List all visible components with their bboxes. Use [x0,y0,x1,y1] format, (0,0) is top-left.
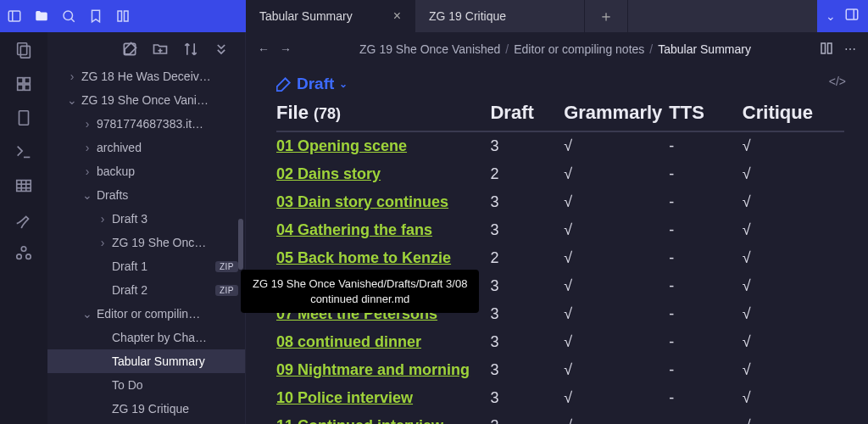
tree-folder[interactable]: ⌄Drafts [47,183,245,207]
svg-point-20 [17,254,22,259]
tree-file[interactable]: ZG 19 Critique [47,397,245,421]
new-note-icon[interactable] [121,41,138,58]
folder-icon[interactable] [34,8,49,24]
tree-folder[interactable]: ›9781774687383.it… [47,112,245,136]
table-row: 11 Continued interview3√-√ [276,412,844,424]
cluster-icon[interactable] [14,244,33,263]
tts-cell: - [669,131,743,160]
scrollbar-thumb[interactable] [238,219,243,270]
tab-tabular-summary[interactable]: Tabular Summary × [246,0,415,32]
tree-folder[interactable]: ⌄Editor or compilin… [47,302,245,326]
tts-cell: - [669,328,743,356]
svg-point-2 [64,11,73,20]
file-cell: 08 continued dinner [276,328,490,356]
tree-file[interactable]: Chapter by Cha… [47,326,245,349]
grammarly-cell: √ [564,356,669,384]
terminal-icon[interactable] [14,142,33,161]
tree-folder[interactable]: ›ZG 18 He Was Deceiv… [47,64,245,88]
table-icon[interactable] [14,176,33,195]
svg-rect-10 [18,85,23,90]
document: </> Draft ⌄ File (78) Draft Grammarly TT… [246,66,868,424]
tree-folder[interactable]: ›Draft 3 [47,207,245,231]
grammarly-cell: √ [564,244,669,272]
explorer-toolbar [47,32,245,64]
file-cell: 03 Dain story continues [276,188,490,216]
tts-cell: - [669,356,743,384]
svg-rect-8 [18,78,23,83]
nav-forward-icon[interactable]: → [280,42,292,56]
file-cell: 01 Opening scene [276,131,490,160]
file-link[interactable]: 01 Opening scene [276,137,407,154]
tab-zg19-critique[interactable]: ZG 19 Critique [415,0,585,32]
tree-folder[interactable]: ›archived [47,136,245,159]
svg-rect-0 [8,11,20,21]
documents-icon[interactable] [14,109,33,127]
code-icon[interactable]: </> [829,75,846,88]
chevron-right-icon: › [66,70,78,83]
more-icon[interactable]: ⋯ [844,42,856,56]
new-tab-button[interactable]: ＋ [585,0,628,32]
close-icon[interactable]: × [393,8,401,24]
table-row: 01 Opening scene3√-√ [276,131,844,160]
chevron-right-icon: › [97,212,108,226]
tree-folder[interactable]: ›ZG 19 She Onc… [47,231,245,254]
critique-cell: √ [743,300,844,328]
tree-file[interactable]: Draft 2ZIP [47,278,245,302]
file-link[interactable]: 03 Dain story continues [276,193,448,210]
table-row: 03 Dain story continues3√-√ [276,188,844,216]
tree-folder[interactable]: ›backup [47,159,245,183]
library-icon[interactable] [115,8,131,24]
draft-cell: 2 [490,160,564,188]
file-explorer: ›ZG 18 He Was Deceiv… ⌄ZG 19 She Once Va… [47,32,246,424]
file-cell: 04 Gathering the fans [276,216,490,244]
grammarly-cell: √ [564,160,669,188]
panel-left-icon[interactable] [7,8,22,24]
chevron-right-icon: › [81,165,93,178]
file-link[interactable]: 04 Gathering the fans [276,221,432,238]
file-cell: 10 Police interview [276,384,490,412]
grammarly-cell: √ [564,300,669,328]
panel-right-icon[interactable] [844,7,860,25]
chevron-down-icon[interactable]: ⌄ [826,9,836,23]
svg-line-3 [71,19,75,22]
svg-rect-6 [18,43,27,55]
tts-cell: - [669,412,743,424]
tree-folder[interactable]: ⌄ZG 19 She Once Vani… [47,88,245,112]
pen-icon[interactable] [14,210,33,229]
grid-icon[interactable] [14,75,33,93]
bookmark-icon[interactable] [88,8,103,24]
file-link[interactable]: 05 Back home to Kenzie [276,249,451,266]
reading-view-icon[interactable] [819,41,834,59]
collapse-icon[interactable] [213,41,230,58]
file-link[interactable]: 08 continued dinner [276,333,421,350]
tab-strip: Tabular Summary × ZG 19 Critique ＋ [246,0,817,32]
sort-icon[interactable] [182,41,199,58]
tree-file[interactable]: To Do [47,373,245,397]
breadcrumb[interactable]: ZG 19 She Once Vanished/Editor or compil… [302,42,809,56]
file-link[interactable]: 02 Dains story [276,165,381,182]
search-icon[interactable] [61,8,76,24]
file-link[interactable]: 11 Continued interview [276,417,443,424]
critique-cell: √ [743,244,844,272]
nav-back-icon[interactable]: ← [258,42,270,56]
draft-cell: 3 [490,384,564,412]
file-link[interactable]: 09 Nightmare and morning [276,361,470,378]
file-tree: ›ZG 18 He Was Deceiv… ⌄ZG 19 She Once Va… [47,64,245,424]
svg-rect-9 [25,78,30,83]
table-row: 05 Back home to Kenzie2√-√ [276,244,844,272]
file-link[interactable]: 10 Police interview [276,389,413,406]
tree-file-selected[interactable]: Tabular Summary [47,349,245,373]
file-cell: 09 Nightmare and morning [276,356,490,384]
grammarly-cell: √ [564,188,669,216]
draft-heading[interactable]: Draft ⌄ [276,75,844,93]
new-folder-icon[interactable] [152,41,169,58]
path-tooltip: ZG 19 She Once Vanished/Drafts/Draft 3/0… [241,270,479,313]
chevron-down-icon: ⌄ [81,307,93,321]
files-icon[interactable] [14,41,33,59]
file-cell: 02 Dains story [276,160,490,188]
grammarly-cell: √ [564,216,669,244]
pencil-icon [276,76,292,92]
draft-cell: 3 [490,131,564,160]
col-grammarly: Grammarly [564,97,669,131]
tree-file[interactable]: Draft 1ZIP [47,254,245,278]
